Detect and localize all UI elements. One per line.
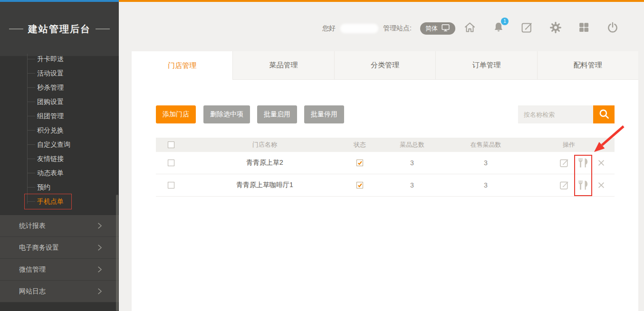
sidebar-section-site-logs[interactable]: 网站日志 bbox=[0, 281, 119, 302]
tab-ingredient-management[interactable]: 配料管理 bbox=[537, 51, 638, 80]
tab-store-management[interactable]: 门店管理 bbox=[132, 51, 232, 80]
close-icon[interactable] bbox=[597, 159, 606, 167]
column-dish-total: 菜品总数 bbox=[376, 141, 448, 149]
title-dash-left bbox=[9, 28, 23, 29]
grid-icon[interactable] bbox=[577, 21, 590, 34]
section-label: 电子商务设置 bbox=[19, 244, 59, 252]
sidebar-scrollbar-thumb[interactable] bbox=[116, 195, 118, 311]
language-site-pill[interactable]: 简体 bbox=[420, 22, 455, 35]
tab-dish-management[interactable]: 菜品管理 bbox=[232, 51, 334, 80]
sidebar-item-group-management[interactable]: 组团管理 bbox=[0, 109, 119, 123]
status-checkbox-checked[interactable] bbox=[356, 160, 363, 166]
row-select-checkbox[interactable] bbox=[168, 182, 174, 188]
sidebar-item-custom-query[interactable]: 自定义查询 bbox=[0, 137, 119, 151]
chevron-right-icon bbox=[96, 265, 104, 275]
power-icon[interactable] bbox=[606, 21, 619, 34]
store-name: 青青原上草2 bbox=[186, 159, 343, 167]
app-title: 建站管理后台 bbox=[28, 23, 91, 36]
chevron-right-icon bbox=[96, 222, 104, 231]
delete-selected-button[interactable]: 删除选中项 bbox=[203, 105, 250, 123]
section-label: 统计报表 bbox=[19, 222, 46, 230]
batch-enable-button[interactable]: 批量启用 bbox=[257, 105, 297, 123]
sidebar-item-activity-settings[interactable]: 活动设置 bbox=[0, 66, 119, 80]
home-icon[interactable] bbox=[463, 21, 476, 34]
sidebar-section-statistics-reports[interactable]: 统计报表 bbox=[0, 215, 119, 237]
close-icon[interactable] bbox=[597, 181, 606, 189]
content-panel: 门店管理 菜品管理 分类管理 订单管理 配料管理 添加门店 删除选中项 批量启用… bbox=[132, 51, 638, 311]
sidebar-item-dynamic-forms[interactable]: 动态表单 bbox=[0, 166, 119, 180]
gear-icon[interactable] bbox=[549, 21, 562, 34]
edit-icon[interactable] bbox=[559, 158, 569, 168]
sidebar-item-group-buy[interactable]: 团购设置 bbox=[0, 94, 119, 109]
search-box bbox=[518, 105, 615, 123]
sidebar-submenu: 升卡即送 活动设置 秒杀管理 团购设置 组团管理 积分兑换 自定义查询 友情链接… bbox=[0, 52, 119, 208]
status-checkbox-checked[interactable] bbox=[356, 182, 363, 188]
greeting-text: 您好 bbox=[322, 24, 336, 33]
add-store-button[interactable]: 添加门店 bbox=[156, 105, 196, 123]
tab-category-management[interactable]: 分类管理 bbox=[334, 51, 435, 80]
header-greeting: 您好 管理站点: 简体 bbox=[322, 22, 455, 35]
admin-backend-page: 建站管理后台 升卡即送 活动设置 秒杀管理 团购设置 组团管理 积分兑换 自定义… bbox=[0, 0, 644, 311]
dish-onsale: 3 bbox=[448, 159, 524, 167]
table-row: 青青原上草咖啡厅1 3 3 bbox=[156, 174, 615, 197]
sidebar-item-upgrade-card-gift[interactable]: 升卡即送 bbox=[0, 52, 119, 66]
main-area: 您好 管理站点: 简体 1 bbox=[119, 2, 644, 311]
red-annotation-arrow bbox=[590, 123, 628, 156]
title-dash-right bbox=[96, 28, 110, 29]
chevron-right-icon bbox=[96, 244, 104, 253]
magnifier-icon bbox=[598, 108, 610, 122]
column-status: 状态 bbox=[343, 141, 376, 149]
language-label: 简体 bbox=[425, 24, 438, 33]
sidebar-section-ecommerce-settings[interactable]: 电子商务设置 bbox=[0, 237, 119, 259]
dish-total: 3 bbox=[376, 159, 448, 167]
search-button[interactable] bbox=[593, 105, 615, 123]
table-header-row: 门店名称 状态 菜品总数 在售菜品数 操作 bbox=[156, 138, 615, 152]
sidebar-title: 建站管理后台 bbox=[0, 2, 119, 56]
column-store-name: 门店名称 bbox=[186, 141, 343, 149]
sidebar: 建站管理后台 升卡即送 活动设置 秒杀管理 团购设置 组团管理 积分兑换 自定义… bbox=[0, 2, 119, 311]
red-annotation-rectangle bbox=[574, 155, 592, 196]
sidebar-item-flash-sale[interactable]: 秒杀管理 bbox=[0, 80, 119, 94]
column-dish-onsale: 在售菜品数 bbox=[448, 141, 524, 149]
active-item-red-annotation-box bbox=[24, 194, 72, 209]
row-select-checkbox[interactable] bbox=[168, 160, 174, 166]
tab-bar: 门店管理 菜品管理 分类管理 订单管理 配料管理 bbox=[132, 51, 638, 80]
tab-order-management[interactable]: 订单管理 bbox=[435, 51, 537, 80]
search-input[interactable] bbox=[518, 105, 593, 123]
site-label: 管理站点: bbox=[383, 24, 412, 33]
notification-badge: 1 bbox=[501, 18, 509, 25]
dish-total: 3 bbox=[376, 181, 448, 189]
toolbar: 添加门店 删除选中项 批量启用 批量停用 bbox=[156, 105, 615, 123]
monitor-icon bbox=[441, 24, 450, 33]
batch-disable-button[interactable]: 批量停用 bbox=[304, 105, 344, 123]
edit-icon[interactable] bbox=[520, 21, 533, 34]
sidebar-item-friend-links[interactable]: 友情链接 bbox=[0, 151, 119, 166]
section-label: 微信管理 bbox=[19, 265, 46, 274]
edit-icon[interactable] bbox=[559, 180, 569, 190]
sidebar-item-reservation[interactable]: 预约 bbox=[0, 180, 119, 194]
chevron-right-icon bbox=[96, 287, 104, 297]
sidebar-item-points-exchange[interactable]: 积分兑换 bbox=[0, 123, 119, 137]
dish-onsale: 3 bbox=[448, 181, 524, 189]
header-icon-bar: 1 bbox=[463, 21, 619, 34]
bell-icon[interactable]: 1 bbox=[492, 21, 505, 34]
sidebar-section-wechat-management[interactable]: 微信管理 bbox=[0, 259, 119, 281]
table-row: 青青原上草2 3 3 bbox=[156, 152, 615, 174]
redacted-username bbox=[340, 24, 378, 33]
sidebar-sections: 统计报表 电子商务设置 微信管理 网站日志 bbox=[0, 215, 119, 302]
stores-table: 门店名称 状态 菜品总数 在售菜品数 操作 青青原上草2 3 3 bbox=[156, 138, 615, 197]
section-label: 网站日志 bbox=[19, 287, 46, 296]
store-name: 青青原上草咖啡厅1 bbox=[186, 181, 343, 189]
select-all-checkbox[interactable] bbox=[168, 141, 174, 148]
